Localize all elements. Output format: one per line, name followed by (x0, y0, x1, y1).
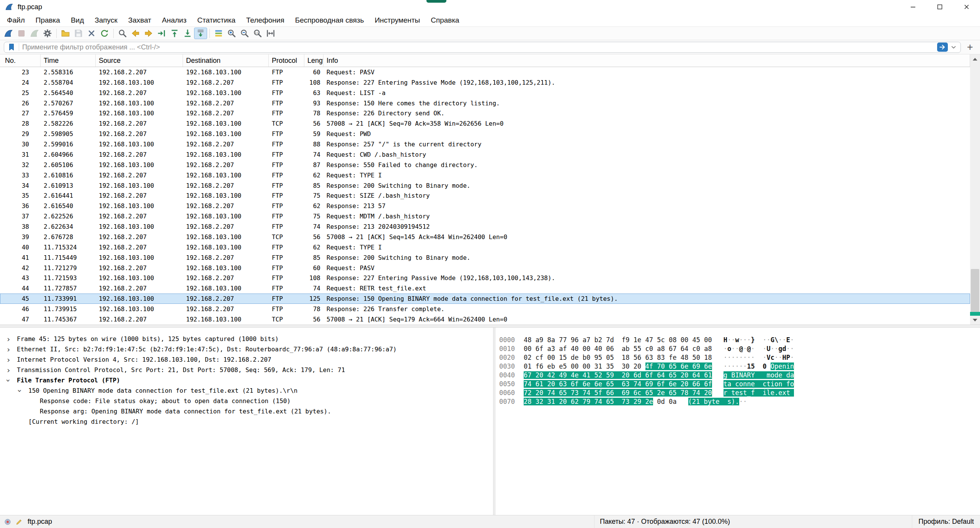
packet-row[interactable]: 252.564540192.168.2.207192.168.103.100FT… (0, 88, 970, 98)
menu-item[interactable]: Справка (425, 14, 465, 26)
close-file-button[interactable] (85, 28, 98, 39)
chevron-right-icon[interactable]: › (6, 366, 17, 374)
menu-item[interactable]: Запуск (89, 14, 122, 26)
detail-line[interactable]: ›Internet Protocol Version 4, Src: 192.1… (0, 354, 493, 365)
packet-row[interactable]: 372.622526192.168.2.207192.168.103.100FT… (0, 211, 970, 221)
hex-row[interactable]: 007028 32 31 20 62 79 74 65 73 29 2e 0d … (495, 397, 980, 406)
restart-capture-button[interactable] (28, 28, 41, 39)
packet-row[interactable]: 4711.745367192.168.2.207192.168.103.100T… (0, 314, 970, 325)
packet-row[interactable]: 4111.715449192.168.103.100192.168.2.207F… (0, 253, 970, 263)
hex-row[interactable]: 004067 20 42 49 4e 41 52 59 20 6d 6f 64 … (495, 371, 980, 379)
packet-row[interactable]: 4511.733991192.168.103.100192.168.2.207F… (0, 294, 970, 304)
detail-line[interactable]: ›File Transfer Protocol (FTP) (0, 375, 493, 385)
packet-row[interactable]: 242.558704192.168.103.100192.168.2.207FT… (0, 77, 970, 88)
packet-list-scrollbar[interactable] (970, 54, 980, 325)
find-packet-button[interactable] (116, 28, 129, 39)
close-button[interactable] (953, 0, 980, 14)
menu-item[interactable]: Захват (123, 14, 157, 26)
chevron-down-icon[interactable]: › (18, 387, 28, 395)
capture-options-button[interactable] (41, 28, 54, 39)
column-header-no[interactable]: No. (0, 54, 41, 67)
chevron-down-icon[interactable]: › (6, 377, 17, 384)
menu-item[interactable]: Статистика (192, 14, 241, 26)
reload-file-button[interactable] (98, 28, 111, 39)
stop-capture-button[interactable] (15, 28, 28, 39)
hex-row[interactable]: 006072 20 74 65 73 74 5f 66 69 6c 65 2e … (495, 388, 980, 397)
menu-item[interactable]: Телефония (241, 14, 290, 26)
detail-line[interactable]: Response code: File status okay; about t… (0, 396, 493, 406)
chevron-right-icon[interactable]: › (6, 346, 17, 353)
packet-row[interactable]: 322.605106192.168.103.100192.168.2.207FT… (0, 160, 970, 170)
scroll-down-arrow[interactable] (970, 315, 980, 325)
horizontal-splitter[interactable] (0, 325, 980, 328)
packet-row[interactable]: 392.676728192.168.2.207192.168.103.100TC… (0, 232, 970, 242)
detail-line[interactable]: ›Ethernet II, Src: b2:7d:f9:1e:47:5c (b2… (0, 344, 493, 354)
packet-row[interactable]: 342.610913192.168.103.100192.168.2.207FT… (0, 180, 970, 191)
status-profile[interactable]: Профиль: Default (912, 515, 980, 528)
expert-info-icon[interactable] (4, 518, 11, 526)
column-header-info[interactable]: Info (323, 54, 970, 67)
detail-line[interactable]: ›Frame 45: 125 bytes on wire (1000 bits)… (0, 334, 493, 344)
detail-line[interactable]: [Current working directory: /] (0, 416, 493, 427)
hex-row[interactable]: 002002 cf 00 15 de b0 95 05 18 56 63 83 … (495, 353, 980, 362)
hex-row[interactable]: 000048 a9 8a 77 96 a7 b2 7d f9 1e 47 5c … (495, 335, 980, 344)
packet-row[interactable]: 292.598905192.168.2.207192.168.103.100FT… (0, 129, 970, 139)
packet-row[interactable]: 4311.721593192.168.103.100192.168.2.207F… (0, 273, 970, 284)
start-capture-button[interactable] (2, 28, 15, 39)
auto-scroll-button[interactable] (194, 28, 207, 39)
packet-row[interactable]: 302.599016192.168.103.100192.168.2.207FT… (0, 139, 970, 149)
capture-comment-icon[interactable] (15, 518, 23, 526)
scrollbar-thumb[interactable] (971, 269, 979, 315)
go-last-packet-button[interactable] (181, 28, 194, 39)
zoom-in-button[interactable] (225, 28, 238, 39)
packet-row[interactable]: 4211.721279192.168.2.207192.168.103.100F… (0, 263, 970, 273)
packet-row[interactable]: 352.616441192.168.2.207192.168.103.100FT… (0, 191, 970, 201)
detail-line[interactable]: ›Transmission Control Protocol, Src Port… (0, 365, 493, 375)
go-to-packet-button[interactable] (155, 28, 168, 39)
packet-row[interactable]: 4011.715324192.168.2.207192.168.103.100F… (0, 242, 970, 253)
apply-filter-button[interactable] (937, 43, 948, 52)
go-first-packet-button[interactable] (168, 28, 181, 39)
bookmark-icon[interactable] (7, 43, 16, 51)
hex-row[interactable]: 001000 6f a3 af 40 00 40 06 ab 55 c0 a8 … (495, 344, 980, 353)
add-filter-button[interactable]: + (964, 41, 976, 53)
menu-item[interactable]: Файл (2, 14, 30, 26)
menu-item[interactable]: Инструменты (369, 14, 425, 26)
column-header-destination[interactable]: Destination (183, 54, 269, 67)
colorize-button[interactable] (212, 28, 225, 39)
go-forward-button[interactable] (142, 28, 155, 39)
menu-item[interactable]: Беспроводная связь (290, 14, 369, 26)
chevron-right-icon[interactable]: › (6, 335, 17, 343)
packet-row[interactable]: 262.570267192.168.103.100192.168.2.207FT… (0, 98, 970, 108)
menu-item[interactable]: Вид (65, 14, 89, 26)
display-filter-input[interactable]: Примените фильтр отображения ... <Ctrl-/… (4, 42, 961, 53)
scroll-up-arrow[interactable] (970, 54, 980, 64)
packet-row[interactable]: 232.558316192.168.2.207192.168.103.100FT… (0, 67, 970, 77)
resize-columns-button[interactable] (264, 28, 277, 39)
hex-row[interactable]: 003001 f6 eb e5 00 00 31 35 30 20 4f 70 … (495, 362, 980, 371)
zoom-out-button[interactable] (238, 28, 251, 39)
menu-item[interactable]: Правка (30, 14, 65, 26)
column-header-source[interactable]: Source (96, 54, 183, 67)
column-header-time[interactable]: Time (41, 54, 96, 67)
save-file-button[interactable] (72, 28, 85, 39)
packet-row[interactable]: 4411.727857192.168.2.207192.168.103.100F… (0, 283, 970, 294)
filter-dropdown-chevron-icon[interactable] (950, 43, 957, 51)
menu-item[interactable]: Анализ (157, 14, 192, 26)
packet-row[interactable]: 332.610816192.168.2.207192.168.103.100FT… (0, 170, 970, 180)
packet-row[interactable]: 382.622634192.168.103.100192.168.2.207FT… (0, 221, 970, 232)
maximize-button[interactable] (926, 0, 953, 14)
packet-row[interactable]: 312.604966192.168.2.207192.168.103.100FT… (0, 149, 970, 160)
minimize-button[interactable] (900, 0, 926, 14)
chevron-right-icon[interactable]: › (6, 356, 17, 364)
detail-line[interactable]: ›150 Opening BINARY mode data connection… (0, 385, 493, 396)
open-file-button[interactable] (59, 28, 72, 39)
go-back-button[interactable] (129, 28, 142, 39)
packet-row[interactable]: 362.616540192.168.103.100192.168.2.207FT… (0, 201, 970, 211)
packet-row[interactable]: 272.576459192.168.103.100192.168.2.207FT… (0, 108, 970, 119)
column-header-length[interactable]: Length (304, 54, 323, 67)
packet-row[interactable]: 282.582226192.168.2.207192.168.103.100TC… (0, 118, 970, 129)
packet-row[interactable]: 4611.739915192.168.103.100192.168.2.207F… (0, 304, 970, 314)
detail-line[interactable]: Response arg: Opening BINARY mode data c… (0, 406, 493, 416)
column-header-protocol[interactable]: Protocol (269, 54, 304, 67)
